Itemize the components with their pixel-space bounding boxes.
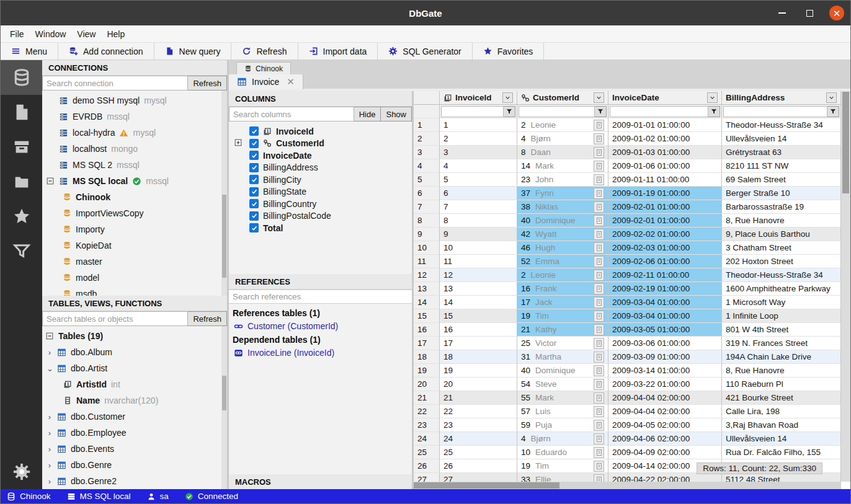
cell-invoicedate[interactable]: 2009-03-14 01:00:00 <box>608 364 722 378</box>
cell-invoiceid[interactable]: 6 <box>440 187 517 200</box>
grid-header-invoicedate[interactable]: InvoiceDate <box>608 91 722 105</box>
cell-invoiceid[interactable]: 15 <box>440 309 517 323</box>
connection-item-local-hydra[interactable]: local-hydra mysql <box>42 125 227 141</box>
statusbar-connected[interactable]: Connected <box>185 492 238 501</box>
filter-input-invoicedate[interactable] <box>610 106 708 117</box>
filter-button[interactable] <box>708 106 720 117</box>
cell-invoiceid[interactable]: 9 <box>440 228 517 241</box>
row-number-cell[interactable]: 2 <box>414 132 440 146</box>
cell-billingaddress[interactable]: 801 W 4th Street <box>722 323 841 337</box>
cell-billingaddress[interactable]: Rua Dr. Falcão Filho, 155 <box>722 446 841 459</box>
column-menu-button[interactable] <box>594 92 604 103</box>
cell-billingaddress[interactable]: Theodor-Heuss-Straße 34 <box>722 118 841 132</box>
connections-search-input[interactable] <box>42 76 188 91</box>
cell-invoicedate[interactable]: 2009-02-01 01:00:00 <box>608 200 722 214</box>
grid-header-customerid[interactable]: CustomerId <box>517 91 608 105</box>
checkbox-checked[interactable] <box>249 126 259 136</box>
open-reference-button[interactable] <box>594 447 604 458</box>
cell-invoicedate[interactable]: 2009-02-03 01:00:00 <box>608 241 722 255</box>
row-number-cell[interactable]: 19 <box>414 364 440 378</box>
cell-invoicedate[interactable]: 2009-03-05 01:00:00 <box>608 323 722 337</box>
cell-invoiceid[interactable]: 7 <box>440 200 517 214</box>
connections-scrollbar[interactable] <box>221 91 227 296</box>
open-reference-button[interactable] <box>594 351 604 363</box>
cell-customerid[interactable]: 2 Leonie <box>517 268 608 282</box>
cell-invoiceid[interactable]: 11 <box>440 255 517 268</box>
column-toggle-billingcountry[interactable]: BillingCountry <box>229 198 412 210</box>
cell-invoiceid[interactable]: 19 <box>440 364 517 378</box>
grid-horizontal-scrollbar[interactable] <box>414 482 841 489</box>
checkbox-checked[interactable] <box>249 223 259 232</box>
open-reference-button[interactable] <box>594 311 604 322</box>
cell-customerid[interactable]: 59 Puja <box>517 418 608 432</box>
minimize-button[interactable] <box>775 6 790 20</box>
column-menu-button[interactable] <box>502 92 513 103</box>
reference-link-invoiceline-invoiceid-[interactable]: InvoiceLine (InvoiceId) <box>233 346 408 360</box>
cell-invoicedate[interactable]: 2009-01-19 01:00:00 <box>608 187 722 200</box>
open-reference-button[interactable] <box>594 365 604 376</box>
cell-invoiceid[interactable]: 25 <box>440 446 517 459</box>
cell-invoicedate[interactable]: 2009-03-09 01:00:00 <box>608 350 722 364</box>
database-item-importviewscopy[interactable]: ImportViewsCopy <box>42 205 227 221</box>
column-toggle-invoicedate[interactable]: InvoiceDate <box>229 149 412 162</box>
cell-customerid[interactable]: 37 Fynn <box>517 187 608 200</box>
cell-invoicedate[interactable]: 2009-01-02 01:00:00 <box>608 132 722 146</box>
rail-filter-button[interactable] <box>1 234 42 268</box>
toolbar-button-favorites[interactable]: Favorites <box>473 43 545 60</box>
maximize-button[interactable] <box>802 6 817 20</box>
cell-customerid[interactable]: 14 Mark <box>517 159 608 173</box>
open-reference-button[interactable] <box>594 338 604 349</box>
checkbox-checked[interactable] <box>249 151 259 160</box>
toolbar-button-new-query[interactable]: New query <box>154 43 232 60</box>
row-number-cell[interactable]: 12 <box>414 268 440 282</box>
cell-customerid[interactable]: 25 Victor <box>517 337 608 350</box>
cell-invoiceid[interactable]: 24 <box>440 432 517 446</box>
toolbar-button-import-data[interactable]: Import data <box>298 43 378 60</box>
cell-invoicedate[interactable]: 2009-01-11 01:00:00 <box>608 173 722 187</box>
filter-button[interactable] <box>595 106 607 117</box>
open-reference-button[interactable] <box>594 161 604 172</box>
cell-invoiceid[interactable]: 5 <box>440 173 517 187</box>
cell-customerid[interactable]: 10 Eduardo <box>517 446 608 459</box>
columns-show-button[interactable]: Show <box>381 107 412 122</box>
cell-invoiceid[interactable]: 17 <box>440 337 517 350</box>
cell-customerid[interactable]: 19 Tim <box>517 309 608 323</box>
cell-billingaddress[interactable]: 8210 111 ST NW <box>722 159 841 173</box>
database-item-chinook[interactable]: Chinook <box>42 189 227 205</box>
open-reference-button[interactable] <box>594 174 604 185</box>
cell-billingaddress[interactable]: Berger Straße 10 <box>722 187 841 200</box>
cell-billingaddress[interactable]: Ullevålsveien 14 <box>722 432 841 446</box>
tab-invoice[interactable]: Invoice ✕ <box>229 74 303 89</box>
cell-billingaddress[interactable]: Barbarossastraße 19 <box>722 200 841 214</box>
rail-star-button[interactable] <box>1 199 42 234</box>
cell-billingaddress[interactable]: Grétrystraat 63 <box>722 146 841 159</box>
checkbox-checked[interactable] <box>249 211 259 221</box>
cell-invoicedate[interactable]: 2009-03-22 01:00:00 <box>608 378 722 391</box>
open-reference-button[interactable] <box>594 147 604 158</box>
connection-item-evrdb[interactable]: EVRDB mssql <box>42 108 227 125</box>
filter-button[interactable] <box>827 106 839 117</box>
database-item-importy[interactable]: Importy <box>42 221 227 237</box>
row-number-cell[interactable]: 9 <box>414 228 440 241</box>
cell-billingaddress[interactable]: 110 Raeburn Pl <box>722 378 841 391</box>
cell-customerid[interactable]: 21 Kathy <box>517 323 608 337</box>
cell-invoicedate[interactable]: 2009-01-03 01:00:00 <box>608 146 722 159</box>
cell-invoiceid[interactable]: 23 <box>440 418 517 432</box>
filter-button[interactable] <box>504 106 515 117</box>
row-number-cell[interactable]: 26 <box>414 459 440 473</box>
row-number-cell[interactable]: 21 <box>414 391 440 405</box>
cell-invoiceid[interactable]: 10 <box>440 241 517 255</box>
cell-billingaddress[interactable]: 9, Place Louis Barthou <box>722 228 841 241</box>
open-reference-button[interactable] <box>594 379 604 390</box>
open-reference-button[interactable] <box>594 420 604 431</box>
row-number-cell[interactable]: 24 <box>414 432 440 446</box>
tables-refresh-button[interactable]: Refresh <box>188 311 227 326</box>
database-item-msdb[interactable]: msdb <box>42 286 227 296</box>
open-reference-button[interactable] <box>594 392 604 404</box>
cell-customerid[interactable]: 42 Wyatt <box>517 228 608 241</box>
cell-billingaddress[interactable]: 8, Rue Hanovre <box>722 214 841 228</box>
columns-hide-button[interactable]: Hide <box>354 107 381 122</box>
cell-invoiceid[interactable]: 2 <box>440 132 517 146</box>
row-number-cell[interactable]: 1 <box>414 118 440 132</box>
references-search-input[interactable]: Search references <box>229 290 412 304</box>
